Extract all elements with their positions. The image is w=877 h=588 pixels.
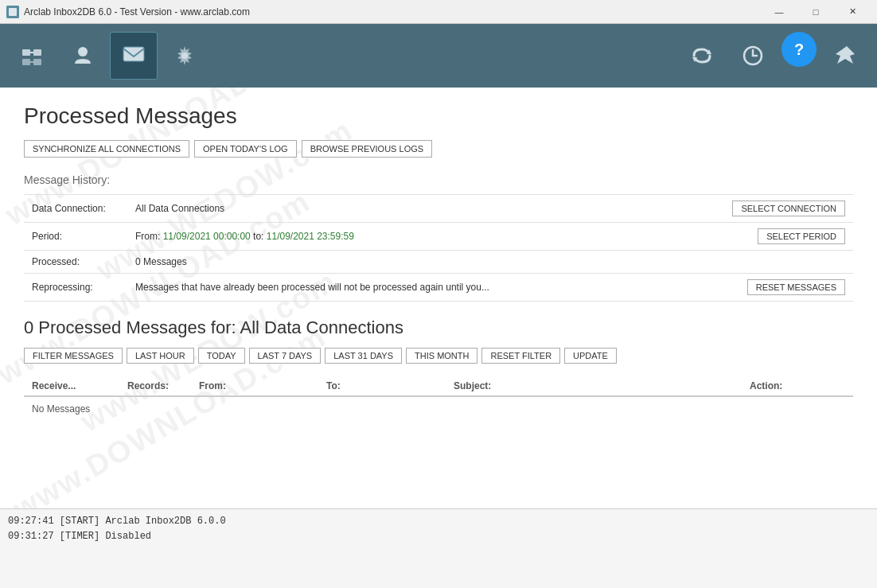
svg-rect-4 — [22, 59, 30, 65]
history-icon — [740, 43, 766, 68]
settings-icon — [172, 43, 197, 68]
title-bar: Arclab Inbox2DB 6.0 - Test Version - www… — [0, 0, 877, 24]
window-title: Arclab Inbox2DB 6.0 - Test Version - www… — [24, 6, 761, 18]
messages-toolbar-btn[interactable] — [110, 32, 158, 80]
message-history-label: Message History: — [24, 173, 853, 186]
filter-messages-button[interactable]: FILTER MESSAGES — [24, 348, 123, 364]
select-connection-button[interactable]: SELECT CONNECTION — [732, 201, 845, 216]
processed-row: Processed: 0 Messages — [24, 251, 853, 274]
data-connection-label: Data Connection: — [24, 195, 127, 223]
minimize-button[interactable]: — — [761, 0, 797, 24]
select-period-button[interactable]: SELECT PERIOD — [758, 228, 845, 244]
col-action: Action: — [750, 380, 845, 391]
sync-all-connections-button[interactable]: SYNCHRONIZE ALL CONNECTIONS — [24, 140, 189, 158]
messages-icon — [121, 43, 146, 68]
pin-icon — [832, 43, 858, 68]
svg-rect-1 — [9, 8, 17, 16]
update-button[interactable]: UPDATE — [564, 348, 617, 364]
close-button[interactable]: ✕ — [834, 0, 871, 24]
period-prefix: From: — [135, 231, 163, 242]
reset-filter-button[interactable]: RESET FILTER — [481, 348, 560, 364]
sync-toolbar-btn[interactable] — [678, 32, 726, 80]
maximize-button[interactable]: □ — [797, 0, 834, 24]
svg-rect-9 — [123, 47, 144, 61]
message-list-body: No Messages — [24, 397, 853, 429]
last-31-days-button[interactable]: LAST 31 DAYS — [325, 348, 402, 364]
reprocessing-row: Reprocessing: Messages that have already… — [24, 274, 853, 302]
col-subject: Subject: — [454, 380, 750, 391]
profiles-toolbar-btn[interactable] — [59, 32, 107, 80]
log-line-2: 09:31:27 [TIMER] Disabled — [8, 529, 869, 544]
col-records: Records: — [127, 380, 199, 391]
reprocessing-value: Messages that have already been processe… — [127, 274, 724, 302]
connections-toolbar-btn[interactable] — [8, 32, 56, 80]
main-content: www.DOWNLOAD.com www.WEDOW.com www.DOWNL… — [0, 88, 877, 508]
this-month-button[interactable]: THIS MONTH — [406, 348, 477, 364]
help-icon: ? — [794, 41, 804, 59]
data-connection-value: All Data Connections — [127, 195, 724, 223]
processed-messages-title: 0 Processed Messages for: All Data Conne… — [24, 317, 853, 338]
period-to: 11/09/2021 23:59:59 — [267, 231, 354, 242]
svg-rect-5 — [33, 59, 41, 65]
last-hour-button[interactable]: LAST HOUR — [127, 348, 194, 364]
filter-buttons: FILTER MESSAGES LAST HOUR TODAY LAST 7 D… — [24, 348, 853, 364]
last-7-days-button[interactable]: LAST 7 DAYS — [249, 348, 322, 364]
log-line-1: 09:27:41 [START] Arclab Inbox2DB 6.0.0 — [8, 514, 869, 529]
col-from: From: — [199, 380, 326, 391]
history-toolbar-btn[interactable] — [729, 32, 777, 80]
col-received: Receive... — [32, 380, 127, 391]
toolbar: ? — [0, 24, 877, 88]
help-toolbar-btn[interactable]: ? — [782, 32, 817, 67]
settings-toolbar-btn[interactable] — [161, 32, 209, 80]
reprocessing-label: Reprocessing: — [24, 274, 127, 302]
open-todays-log-button[interactable]: OPEN TODAY'S LOG — [194, 140, 297, 158]
browse-previous-logs-button[interactable]: BROWSE PREVIOUS LOGS — [302, 140, 432, 158]
period-from: 11/09/2021 00:00:00 — [163, 231, 251, 242]
svg-rect-3 — [33, 49, 41, 56]
log-area: 09:27:41 [START] Arclab Inbox2DB 6.0.0 0… — [0, 508, 877, 588]
processed-messages-section: 0 Processed Messages for: All Data Conne… — [24, 317, 853, 429]
page-title: Processed Messages — [24, 103, 853, 129]
reset-messages-button[interactable]: RESET MESSAGES — [747, 279, 845, 295]
info-table: Data Connection: All Data Connections SE… — [24, 194, 853, 302]
data-connection-btn-cell: SELECT CONNECTION — [724, 195, 853, 223]
sync-icon — [689, 43, 715, 68]
app-icon — [6, 6, 19, 18]
reprocessing-btn-cell: RESET MESSAGES — [724, 274, 853, 302]
connections-icon — [19, 43, 45, 68]
pin-toolbar-btn[interactable] — [821, 32, 869, 80]
message-history-section: Message History: Data Connection: All Da… — [24, 173, 853, 302]
period-middle: to: — [251, 231, 267, 242]
today-button[interactable]: TODAY — [198, 348, 245, 364]
window-controls: — □ ✕ — [761, 0, 871, 24]
period-row: Period: From: 11/09/2021 00:00:00 to: 11… — [24, 223, 853, 251]
toolbar-right: ? — [678, 32, 869, 80]
period-label: Period: — [24, 223, 127, 251]
action-buttons: SYNCHRONIZE ALL CONNECTIONS OPEN TODAY'S… — [24, 140, 853, 158]
processed-label: Processed: — [24, 251, 127, 274]
no-messages-label: No Messages — [24, 397, 853, 421]
message-list-header: Receive... Records: From: To: Subject: A… — [24, 376, 853, 397]
svg-rect-2 — [22, 49, 30, 56]
svg-point-8 — [78, 47, 88, 56]
data-connection-row: Data Connection: All Data Connections SE… — [24, 195, 853, 223]
profiles-icon — [70, 43, 95, 68]
col-to: To: — [326, 380, 454, 391]
processed-value: 0 Messages — [127, 251, 724, 274]
period-btn-cell: SELECT PERIOD — [724, 223, 853, 251]
processed-btn-cell — [724, 251, 853, 274]
period-value: From: 11/09/2021 00:00:00 to: 11/09/2021… — [127, 223, 724, 251]
